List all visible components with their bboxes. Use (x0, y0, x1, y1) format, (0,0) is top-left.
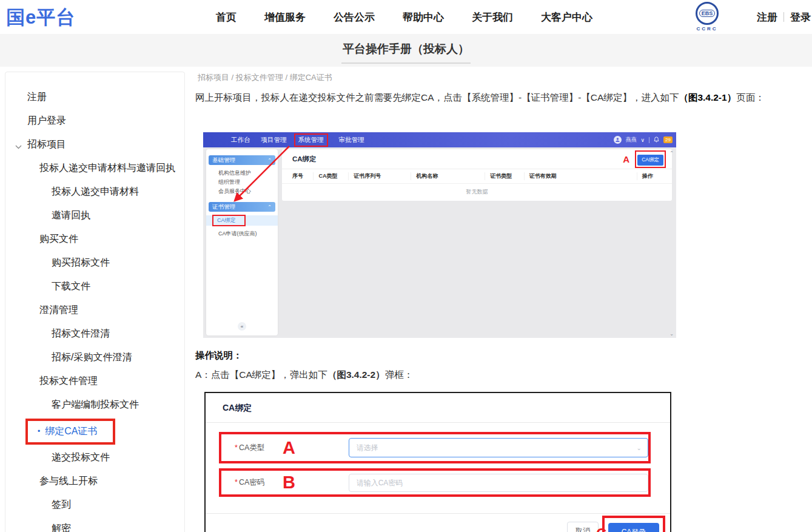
sidebar-item-submit-bid-file[interactable]: 递交投标文件 (5, 446, 184, 470)
title-band: 平台操作手册（投标人） (0, 34, 812, 67)
ops-title: 操作说明： (195, 349, 243, 362)
ccrc-seal-icon: EBS (696, 2, 719, 25)
fig1-nav-project-mgmt[interactable]: 项目管理 (261, 136, 287, 144)
intro-paragraph: 网上开标项目，投标人在递交投标文件之前需要先绑定CA，点击【系统管理】-【证书管… (195, 89, 797, 106)
annotation-red-box: *CA类型 A 请选择 ⌄ (219, 432, 651, 463)
fig1-item-member-service[interactable]: 会员服务中心 (206, 187, 278, 196)
fig1-panel-title: CA绑定 (292, 155, 317, 164)
nav-home[interactable]: 首页 (216, 10, 237, 24)
sidebar-item-purchase-documents[interactable]: 购买文件 (5, 227, 184, 251)
annotation-red-box: CA绑定 (635, 150, 666, 168)
doc-sidebar: 注册 用户登录 招标项目 投标人递交申请材料与邀请回执 投标人递交申请材料 邀请… (5, 72, 185, 532)
sidebar-item-download-documents[interactable]: 下载文件 (5, 275, 184, 298)
sidebar-item-bind-ca-cert-wrap: • 绑定CA证书 (5, 417, 184, 446)
nav-announcements[interactable]: 公告公示 (334, 10, 375, 24)
fig1-empty-state: 暂无数据 (282, 184, 672, 200)
sidebar-item-clarification-management[interactable]: 澄清管理 (5, 298, 184, 322)
register-link[interactable]: 注册 (757, 10, 777, 24)
nav-help-center[interactable]: 帮助中心 (403, 10, 444, 24)
site-header: 国e平台 首页 增值服务 公告公示 帮助中心 关于我们 大客户中心 EBS CC… (0, 0, 812, 34)
fig1-table-header: 序号 CA类型 证书序列号 机构名称 证书类型 证书有效期 操作 (282, 169, 672, 184)
fig1-item-org-info[interactable]: 机构信息维护 (206, 169, 278, 178)
sidebar-item-bid-doc-clarification[interactable]: 招标文件澄清 (5, 322, 184, 346)
divider (206, 513, 670, 514)
fig1-item-org-mgmt[interactable]: 组织管理 (206, 178, 278, 187)
sidebar-item-user-login[interactable]: 用户登录 (5, 109, 184, 133)
sidebar-item-client-prepare-bid-file[interactable]: 客户端编制投标文件 (5, 393, 184, 417)
required-asterisk: * (235, 443, 238, 452)
chevron-down-icon (15, 141, 22, 152)
ca-type-select[interactable]: 请选择 ⌄ (349, 438, 648, 457)
fig1-user-caret-icon: ∨ (641, 137, 645, 143)
bell-icon[interactable] (654, 136, 659, 144)
sidebar-item-bid-file-management[interactable]: 投标文件管理 (5, 369, 184, 393)
col-cert-type: 证书类型 (485, 172, 523, 180)
sidebar-item-sign-in[interactable]: 签到 (5, 493, 184, 517)
fig1-nav-right: 燕燕 ∨ 29 (614, 132, 673, 147)
nav-key-account-center[interactable]: 大客户中心 (541, 10, 592, 24)
figure-3-4-2-1-screenshot: 工作台 项目管理 系统管理 审批管理 燕燕 ∨ 29 基础管理 ⌃ (203, 132, 676, 338)
sidebar-item-decrypt[interactable]: 解密 (5, 517, 184, 532)
fig1-item-ca-bind-active: CA绑定 (206, 215, 278, 226)
fig1-ca-bind-button[interactable]: CA绑定 (637, 155, 663, 166)
col-cert-serial: 证书序列号 (348, 172, 411, 180)
sidebar-item-bid-procurement-clarification[interactable]: 招标/采购文件澄清 (5, 346, 184, 369)
annotation-letter-a: A (283, 438, 349, 458)
annotation-red-box[interactable]: CA绑定 (212, 215, 246, 226)
fig1-item-ca-apply[interactable]: CA申请(供应商) (206, 229, 278, 238)
cancel-button[interactable]: 取消 (567, 522, 599, 532)
col-org-name: 机构名称 (411, 172, 485, 180)
fig1-user-name[interactable]: 燕燕 (626, 136, 637, 144)
ca-login-button[interactable]: CA登录 (608, 523, 659, 532)
fig1-group-basic-mgmt[interactable]: 基础管理 ⌃ (209, 155, 275, 165)
annotation-red-box: *CA密码 B (219, 468, 651, 497)
ccrc-label: CCRC (690, 26, 724, 32)
divider (206, 422, 670, 423)
main-nav: 首页 增值服务 公告公示 帮助中心 关于我们 大客户中心 (216, 0, 592, 34)
annotation-red-box[interactable]: • 绑定CA证书 (25, 419, 115, 445)
fig1-nav-system-mgmt[interactable]: 系统管理 (294, 133, 328, 147)
avatar-icon (614, 136, 622, 144)
nav-value-added-services[interactable]: 增值服务 (264, 10, 306, 24)
fig1-group-cert-mgmt[interactable]: 证书管理 ⌃ (209, 202, 275, 212)
collapse-sidebar-button[interactable]: « (238, 322, 246, 331)
auth-divider (783, 12, 784, 22)
fig1-nav-workbench[interactable]: 工作台 (231, 136, 250, 144)
annotation-letter-a: A (623, 154, 629, 164)
ca-password-input[interactable] (349, 474, 648, 492)
col-actions: 操作 (637, 172, 672, 180)
sidebar-item-invitation-receipt[interactable]: 邀请回执 (5, 204, 184, 227)
caret-up-icon: ⌃ (267, 204, 272, 210)
fig1-divider (649, 137, 649, 143)
col-cert-validity: 证书有效期 (524, 172, 637, 180)
fig2-modal-title: CA绑定 (223, 403, 252, 414)
sidebar-item-purchase-bid-documents[interactable]: 购买招标文件 (5, 251, 184, 275)
nav-about-us[interactable]: 关于我们 (472, 10, 513, 24)
fig2-ca-password-label: *CA密码 (235, 477, 283, 488)
ccrc-badge: EBS CCRC (690, 2, 724, 32)
col-seq: 序号 (282, 172, 313, 180)
fig2-ca-type-label: *CA类型 (235, 443, 283, 453)
notification-badge[interactable]: 29 (663, 136, 673, 143)
fig1-nav-approval-mgmt[interactable]: 审批管理 (339, 136, 364, 144)
fig1-sidebar: 基础管理 ⌃ 机构信息维护 组织管理 会员服务中心 证书管理 ⌃ CA绑定 CA… (206, 149, 278, 335)
breadcrumb: 招标项目 / 投标文件管理 / 绑定CA证书 (198, 72, 332, 83)
fig1-card-header: CA绑定 A CA绑定 (282, 149, 672, 169)
sidebar-item-register[interactable]: 注册 (5, 86, 184, 109)
figure-3-4-2-2-screenshot: CA绑定 *CA类型 A 请选择 ⌄ *CA密码 B 取消 C CA登录 (204, 392, 671, 532)
sidebar-item-submit-application-materials[interactable]: 投标人递交申请材料 (5, 180, 184, 204)
site-logo[interactable]: 国e平台 (6, 5, 75, 30)
login-link[interactable]: 登录 (790, 10, 811, 24)
fig1-top-navbar: 工作台 项目管理 系统管理 审批管理 燕燕 ∨ 29 (203, 132, 676, 147)
scroll-up-icon[interactable]: ⌃ (669, 150, 674, 156)
caret-up-icon: ⌃ (267, 158, 272, 163)
step-a-text: A：点击【CA绑定】，弹出如下（图3.4.2-2）弹框： (195, 369, 413, 382)
sidebar-item-online-bid-opening[interactable]: 参与线上开标 (5, 470, 184, 493)
chevron-down-icon: ⌄ (637, 445, 642, 451)
scroll-down-icon[interactable]: ⌄ (669, 331, 674, 337)
page: 国e平台 首页 增值服务 公告公示 帮助中心 关于我们 大客户中心 EBS CC… (0, 0, 812, 532)
sidebar-item-bind-ca-cert[interactable]: 绑定CA证书 (45, 425, 97, 438)
sidebar-item-bidding-project[interactable]: 招标项目 (5, 133, 184, 157)
sidebar-item-submit-materials-invitation[interactable]: 投标人递交申请材料与邀请回执 (5, 157, 184, 180)
required-asterisk: * (235, 478, 238, 487)
